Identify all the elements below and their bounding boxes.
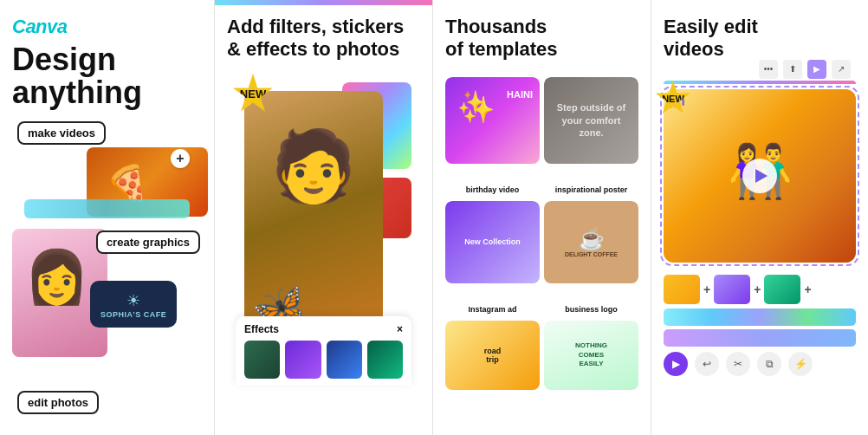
video-toolbar: ••• ⬆ ▶ ↗	[759, 60, 851, 79]
photo-collage: NEW 🦋 Effects ×	[227, 74, 420, 386]
effects-grid	[244, 341, 403, 379]
panel-design-anything: Canva Design anything make videos + crea…	[0, 0, 215, 435]
plus-badge: +	[171, 149, 190, 168]
toolbar-export[interactable]: ↗	[832, 60, 851, 79]
template-road-trip[interactable]: roadtrip	[445, 321, 540, 423]
effect-thumb-4[interactable]	[367, 341, 403, 379]
video-area: ••• ⬆ ▶ ↗ NEW 👫 im	[664, 81, 856, 263]
waveform-timeline-2	[664, 329, 856, 347]
effects-panel: Effects ×	[236, 316, 411, 386]
play-triangle-icon	[755, 169, 768, 183]
effect-thumb-2[interactable]	[285, 341, 321, 379]
clip-plus-3: +	[804, 282, 811, 296]
template-nothing[interactable]: NOTHINGCOMESEASILY	[544, 321, 638, 423]
play-ctrl-btn[interactable]: ▶	[664, 352, 688, 376]
video-timeline: + + + ▶ ↩ ✂ ⧉ ⚡	[664, 275, 856, 376]
toolbar-dots[interactable]: •••	[759, 60, 778, 79]
cut-ctrl-btn[interactable]: ✂	[726, 352, 750, 376]
edit-photos-label[interactable]: edit photos	[17, 391, 99, 414]
timeline-controls: ▶ ↩ ✂ ⧉ ⚡	[664, 352, 856, 376]
templates-heading: Thousands of templates	[445, 16, 638, 62]
panel-templates: Thousands of templates ✨ HAINI birthday …	[433, 0, 651, 435]
template-business-label: business logo	[544, 302, 638, 316]
split-ctrl-btn[interactable]: ⚡	[788, 352, 813, 376]
play-button[interactable]	[742, 159, 777, 193]
effect-thumb-3[interactable]	[327, 341, 362, 379]
filters-heading: Add filters, stickers & effects to photo…	[227, 16, 420, 62]
main-heading: Design anything	[12, 43, 202, 109]
waveform-timeline-2-wrapper	[664, 329, 856, 347]
template-instagram-label: Instagram ad	[445, 302, 540, 316]
sophia-cafe-badge: ☀ SOPHIA'S CAFE	[90, 281, 177, 328]
panel-filters: Add filters, stickers & effects to photo…	[215, 0, 433, 435]
waveform-timeline-1	[664, 308, 856, 326]
toolbar-play[interactable]: ▶	[807, 60, 826, 79]
templates-grid: ✨ HAINI birthday video Step outside of y…	[445, 77, 638, 423]
video-preview: NEW 👫 im	[664, 89, 856, 263]
template-instagram-ad[interactable]: New Collection Instagram ad	[445, 201, 540, 316]
template-birthday-video[interactable]: ✨ HAINI birthday video	[445, 77, 540, 197]
copy-ctrl-btn[interactable]: ⧉	[757, 352, 781, 376]
clip-plus-1: +	[703, 282, 710, 296]
waveform-bar	[24, 199, 190, 218]
timeline-clips-row: + + +	[664, 275, 856, 304]
panel-video-edit: Easily edit videos ••• ⬆ ▶ ↗ NEW 👫 im	[651, 0, 868, 435]
create-graphics-label[interactable]: create graphics	[96, 230, 200, 254]
make-videos-label[interactable]: make videos	[17, 121, 106, 145]
gradient-accent-top	[215, 0, 432, 5]
effects-title-row: Effects ×	[244, 323, 403, 335]
effects-close-btn[interactable]: ×	[397, 323, 403, 335]
clip-thumb-2[interactable]	[714, 275, 750, 304]
video-heading: Easily edit videos	[664, 16, 856, 62]
template-birthday-label: birthday video	[445, 183, 540, 197]
sophia-sun-icon: ☀	[100, 291, 166, 310]
template-business-logo[interactable]: ☕ DELIGHT COFFEE business logo	[544, 201, 638, 316]
panel1-content: make videos + create graphics ☀ SOPHIA'S…	[12, 121, 202, 423]
template-inspirational[interactable]: Step outside of your comfort zone. inspi…	[544, 77, 638, 197]
video-gradient-bar	[664, 81, 856, 84]
effect-thumb-1[interactable]	[244, 341, 280, 379]
clip-thumb-1[interactable]	[664, 275, 700, 304]
clip-plus-2: +	[754, 282, 761, 296]
undo-ctrl-btn[interactable]: ↩	[695, 352, 719, 376]
clip-thumb-3[interactable]	[764, 275, 800, 304]
template-inspirational-label: inspirational poster	[544, 183, 638, 197]
toolbar-share[interactable]: ⬆	[783, 60, 802, 79]
canva-logo: Canva	[12, 16, 202, 38]
